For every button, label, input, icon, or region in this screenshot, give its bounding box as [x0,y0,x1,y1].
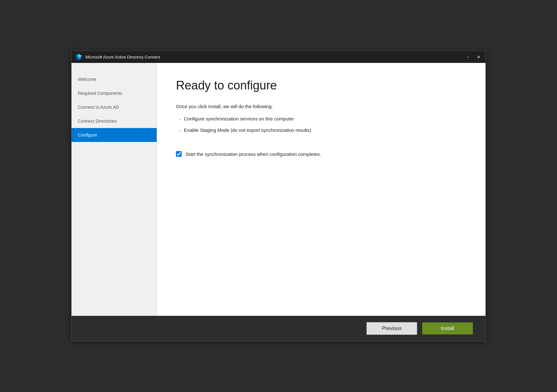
sidebar-item-welcome[interactable]: Welcome [72,72,157,86]
main-content: Welcome Required Components Connect to A… [72,63,485,316]
sync-checkbox[interactable] [176,151,182,157]
sidebar-item-connect-azure-ad[interactable]: Connect to Azure AD [72,100,157,114]
sidebar-item-configure[interactable]: Configure [72,128,157,142]
list-item: · Configure synchronization services on … [179,116,466,123]
page-title: Ready to configure [176,79,466,92]
app-icon [75,53,82,60]
close-button[interactable]: ✕ [476,55,482,59]
window-controls: − ✕ [466,55,482,59]
window-title: Microsoft Azure Active Directory Connect [85,55,466,59]
content-area: Ready to configure Once you click Instal… [157,63,485,316]
footer: Previous Install [72,316,485,341]
minimize-button[interactable]: − [466,55,471,59]
sync-checkbox-row: Start the synchronization process when c… [176,151,466,157]
sidebar-item-required-components[interactable]: Required Components [72,86,157,100]
previous-button[interactable]: Previous [366,322,417,335]
intro-text: Once you click Install, we will do the f… [176,104,466,109]
titlebar: Microsoft Azure Active Directory Connect… [72,51,485,63]
sidebar-item-connect-directories[interactable]: Connect Directories [72,114,157,128]
list-item: · Enable Staging Mode (do not export syn… [179,127,466,134]
app-window: Microsoft Azure Active Directory Connect… [71,51,486,341]
sync-checkbox-label[interactable]: Start the synchronization process when c… [185,151,321,157]
install-button[interactable]: Install [422,322,473,334]
sidebar: Welcome Required Components Connect to A… [72,63,157,316]
bullet-list: · Configure synchronization services on … [179,116,466,138]
bullet-dot: · [179,116,181,123]
bullet-dot: · [179,127,181,134]
